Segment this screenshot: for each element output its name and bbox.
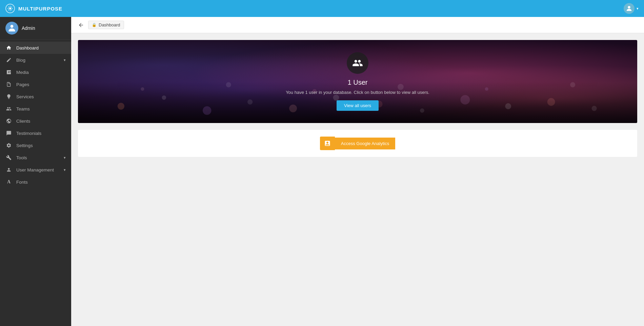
- topbar-left: MULTIPURPOSE: [5, 4, 62, 13]
- sidebar-dashboard-label: Dashboard: [16, 45, 66, 50]
- sidebar-username-label: Admin: [22, 25, 35, 31]
- analytics-button-label: Access Google Analytics: [335, 138, 395, 149]
- hero-content: 1 User You have 1 user in your database.…: [78, 40, 637, 123]
- svg-line-7: [8, 9, 9, 10]
- sidebar-media-label: Media: [16, 70, 66, 75]
- blog-chevron-icon: ▾: [64, 58, 66, 62]
- settings-icon: [5, 143, 12, 148]
- hero-title: 1 User: [348, 79, 368, 86]
- svg-point-10: [11, 25, 14, 28]
- user-menu[interactable]: ▾: [624, 3, 639, 14]
- sidebar-item-testimonials[interactable]: Testimonials: [0, 127, 71, 139]
- secondary-topbar: 🔒 Dashboard: [71, 17, 644, 33]
- sidebar-item-user-management[interactable]: User Management ▾: [0, 164, 71, 176]
- sidebar-item-pages[interactable]: Pages: [0, 78, 71, 90]
- tools-chevron-icon: ▾: [64, 156, 66, 160]
- sidebar-avatar: [5, 22, 18, 35]
- sidebar-tools-label: Tools: [16, 155, 60, 160]
- fonts-icon: A: [5, 179, 12, 185]
- user-management-chevron-icon: ▾: [64, 168, 66, 172]
- app-title: MULTIPURPOSE: [18, 6, 62, 12]
- sidebar-item-tools[interactable]: Tools ▾: [0, 151, 71, 164]
- sidebar-nav: Dashboard Blog ▾ Media: [0, 40, 71, 326]
- logo-icon: [5, 4, 15, 13]
- breadcrumb-label: Dashboard: [99, 22, 120, 27]
- analytics-button[interactable]: Access Google Analytics: [320, 137, 395, 150]
- breadcrumb: 🔒 Dashboard: [88, 21, 124, 29]
- svg-line-8: [11, 7, 12, 7]
- teams-icon: [5, 106, 12, 111]
- sidebar-settings-label: Settings: [16, 143, 66, 148]
- sidebar-clients-label: Clients: [16, 119, 66, 124]
- sidebar-item-settings[interactable]: Settings: [0, 139, 71, 151]
- content-area: 🔒 Dashboard: [71, 17, 644, 326]
- topbar: MULTIPURPOSE ▾: [0, 0, 644, 17]
- sidebar: Dashboard Admin Dashboard: [0, 17, 71, 326]
- sidebar-user-management-label: User Management: [16, 167, 60, 172]
- sidebar-item-services[interactable]: Services: [0, 90, 71, 103]
- testimonials-icon: [5, 130, 12, 136]
- home-icon: [5, 45, 12, 50]
- sidebar-user: Dashboard Admin: [0, 17, 71, 40]
- hero-banner: 1 User You have 1 user in your database.…: [78, 40, 637, 123]
- svg-point-9: [628, 6, 630, 8]
- sidebar-testimonials-label: Testimonials: [16, 131, 66, 136]
- svg-point-0: [9, 7, 11, 9]
- lock-icon: 🔒: [92, 23, 97, 27]
- sidebar-fonts-label: Fonts: [16, 180, 66, 185]
- svg-line-6: [11, 9, 12, 10]
- sidebar-item-clients[interactable]: Clients: [0, 115, 71, 127]
- main-layout: Dashboard Admin Dashboard: [0, 17, 644, 326]
- sidebar-item-dashboard[interactable]: Dashboard: [0, 42, 71, 54]
- user-management-icon: [5, 167, 12, 172]
- user-avatar: [624, 3, 635, 14]
- analytics-icon: [320, 137, 335, 150]
- sidebar-item-teams[interactable]: Teams: [0, 103, 71, 115]
- sidebar-item-blog[interactable]: Blog ▾: [0, 54, 71, 66]
- sidebar-item-fonts[interactable]: A Fonts: [0, 176, 71, 188]
- pages-icon: [5, 82, 12, 87]
- view-all-users-button[interactable]: View all users: [337, 100, 379, 111]
- sidebar-teams-label: Teams: [16, 106, 66, 111]
- services-icon: [5, 94, 12, 99]
- blog-icon: [5, 57, 12, 63]
- svg-line-5: [8, 7, 9, 7]
- back-button[interactable]: [78, 22, 84, 28]
- hero-subtitle: You have 1 user in your database. Click …: [286, 90, 429, 95]
- analytics-section: Access Google Analytics: [78, 130, 637, 157]
- sidebar-pages-label: Pages: [16, 82, 66, 87]
- hero-users-icon: [347, 52, 368, 74]
- sidebar-services-label: Services: [16, 94, 66, 99]
- user-menu-chevron: ▾: [637, 6, 639, 11]
- sidebar-blog-label: Blog: [16, 58, 60, 63]
- tools-icon: [5, 155, 12, 160]
- clients-icon: [5, 118, 12, 124]
- sidebar-item-media[interactable]: Media: [0, 66, 71, 78]
- media-icon: [5, 69, 12, 75]
